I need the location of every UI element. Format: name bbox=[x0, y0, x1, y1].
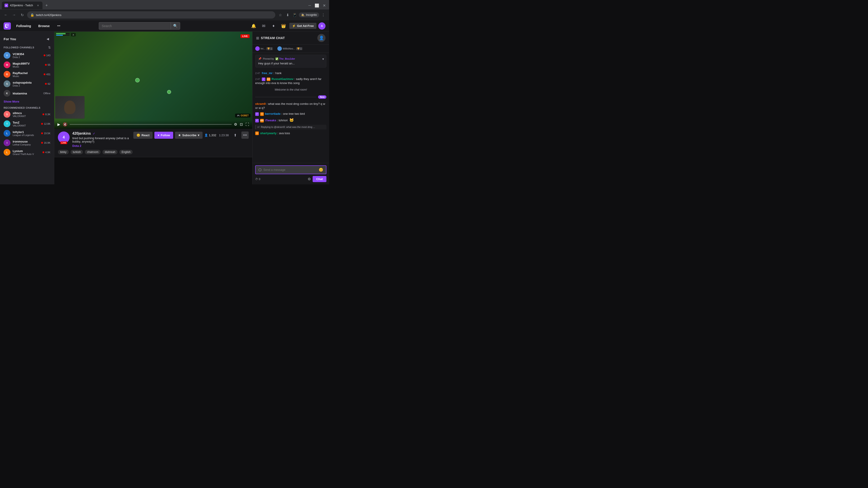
settings-video-button[interactable]: ⚙ bbox=[234, 122, 238, 127]
sidebar-item-rayrachel[interactable]: R RayRachel Music 431 bbox=[0, 70, 54, 79]
subscribe-button[interactable]: ★ Subscribe ▾ bbox=[175, 132, 203, 139]
fullscreen-button[interactable]: ⛶ bbox=[245, 122, 250, 127]
more-options-button[interactable]: ••• bbox=[241, 131, 249, 139]
adfree-label: Get Ad-Free bbox=[297, 24, 314, 28]
forward-button[interactable]: → bbox=[11, 12, 17, 18]
tag-turkish[interactable]: turkish bbox=[70, 150, 83, 154]
following-nav-item[interactable]: Following bbox=[14, 23, 33, 29]
msg-text-free_mr: : !rank bbox=[273, 71, 281, 75]
sidebar-sort-button[interactable]: ⇅ bbox=[47, 45, 52, 50]
pip-button[interactable]: ⊡ bbox=[239, 122, 243, 127]
play-pause-button[interactable]: ▶ bbox=[57, 122, 61, 127]
tag-chatroom[interactable]: chatroom bbox=[85, 150, 101, 154]
streamer-avatar[interactable]: 4 LIVE bbox=[58, 131, 70, 143]
download-button[interactable]: ⬇ bbox=[284, 12, 291, 18]
channel-points-input-icon: ⬡ bbox=[258, 168, 261, 172]
chat-message-input[interactable] bbox=[264, 168, 317, 171]
chat-header: ⊞ STREAM CHAT 👤 bbox=[252, 32, 329, 44]
viewer-item-2: WillisNoo... 🏆 1 bbox=[277, 46, 303, 51]
offline-status-kkatamina: Offline bbox=[43, 92, 51, 95]
welcome-text: Welcome to the chat room! bbox=[255, 87, 327, 92]
search-input[interactable] bbox=[99, 23, 170, 29]
sidebar-item-solapsapdota[interactable]: S solapsapdota Dota 2 62 bbox=[0, 79, 54, 89]
chat-user-icon-button[interactable]: 👤 bbox=[317, 34, 326, 42]
sidebar-item-tenz[interactable]: T TenZ VALORANT 12.8K bbox=[0, 119, 54, 129]
reload-button[interactable]: ↻ bbox=[19, 12, 25, 18]
viewers-vcm354: 143 bbox=[43, 54, 51, 57]
tag-binky[interactable]: binky bbox=[58, 150, 69, 154]
chat-title: STREAM CHAT bbox=[261, 36, 285, 40]
msg-username-okram9[interactable]: okram9 bbox=[255, 102, 266, 105]
msg-username-russelgazimov[interactable]: RusselGazimov bbox=[272, 77, 293, 80]
search-button[interactable]: 🔍 bbox=[170, 22, 180, 29]
chat-messages[interactable]: 2:47 free_mr : !rank 2:47 ✓ 420 RusselGa… bbox=[252, 69, 329, 163]
emote-picker-icon[interactable]: 😊 bbox=[319, 168, 323, 172]
tag-english[interactable]: English bbox=[119, 150, 133, 154]
tab-close-button[interactable]: × bbox=[36, 4, 40, 7]
video-container[interactable]: ⚔ LIVE 🎮 bbox=[54, 32, 252, 129]
msg-username-free_mr[interactable]: free_mr bbox=[262, 71, 273, 75]
msg-username-berrortlade[interactable]: berrortlade bbox=[265, 112, 281, 116]
mute-button[interactable]: 🔇 bbox=[62, 122, 68, 127]
tab-title: 420jenkins - Twitch bbox=[10, 4, 34, 7]
sidebar-item-loltyler1[interactable]: L loltyler1 League of Legends 19.5K bbox=[0, 129, 54, 138]
notifications-button[interactable]: 🔔 bbox=[250, 22, 258, 30]
new-tab-button[interactable]: + bbox=[43, 2, 50, 8]
close-window-button[interactable]: ✕ bbox=[321, 2, 327, 8]
user-avatar-button[interactable]: A bbox=[318, 22, 326, 30]
msg-time: 2:47 bbox=[255, 72, 260, 74]
maximize-button[interactable]: ⬜ bbox=[314, 2, 320, 8]
address-bar[interactable]: 🔒 twitch.tv/420jenkins bbox=[27, 11, 275, 19]
chat-settings-button[interactable]: ⚙ bbox=[308, 177, 311, 181]
more-nav-button[interactable]: ••• bbox=[55, 22, 62, 30]
reply-message-shartywarty: ↩ Replying to @okram9: what was the most… bbox=[255, 125, 327, 129]
expand-pinned-button[interactable]: ▾ bbox=[322, 57, 324, 61]
bookmark-button[interactable]: ☆ bbox=[277, 12, 283, 18]
minimize-button[interactable]: ─ bbox=[307, 2, 313, 8]
new-messages-divider: New bbox=[255, 95, 327, 99]
sidebar-collapse-button[interactable]: ◀ bbox=[45, 36, 51, 41]
back-button[interactable]: ← bbox=[3, 12, 9, 18]
channel-name-lysium: Lysium bbox=[13, 149, 40, 153]
chat-send-button[interactable]: Chat bbox=[313, 176, 327, 182]
stream-game[interactable]: Dota 2 bbox=[72, 144, 131, 148]
badge-bits-shartywarty: ⬡ bbox=[255, 131, 259, 135]
get-adfree-button[interactable]: ⚡ Get Ad-Free bbox=[289, 23, 316, 29]
channel-name-kkatamina: kkatamina bbox=[13, 92, 41, 95]
show-more-followed[interactable]: Show More bbox=[0, 98, 54, 105]
sidebar-item-kkatamina[interactable]: K kkatamina Offline bbox=[0, 89, 54, 98]
channel-info-tenz: TenZ VALORANT bbox=[13, 121, 39, 127]
sidebar-item-ironmouse[interactable]: I ironmouse Lethal Company 16.9K bbox=[0, 138, 54, 148]
follow-button[interactable]: ♥ Follow bbox=[154, 132, 173, 139]
react-button[interactable]: 😊 React bbox=[133, 132, 153, 139]
points-icon: ⏱ bbox=[255, 177, 258, 181]
loot-button[interactable]: ♦ bbox=[270, 22, 278, 30]
msg-username-itweaks[interactable]: iTweaks bbox=[265, 119, 276, 122]
browse-nav-item[interactable]: Browse bbox=[36, 23, 52, 29]
device-button[interactable]: 📱 bbox=[291, 12, 298, 18]
msg-username-shartywarty[interactable]: shartywarty bbox=[260, 131, 277, 135]
tag-diahreah[interactable]: diahreah bbox=[102, 150, 118, 154]
twitch-header: Following Browse ••• 🔍 🔔 ✉ ♦ 👑 ⚡ Get Ad-… bbox=[0, 20, 329, 32]
popout-icon[interactable]: ⊞ bbox=[256, 36, 259, 40]
sidebar-item-magic899tv[interactable]: M Magic899TV Music 55 bbox=[0, 60, 54, 70]
chat-message-itweaks: ✓ 420 iTweaks : tohriori 🐱 bbox=[255, 118, 327, 123]
emote-itweaks: 🐱 bbox=[289, 118, 294, 122]
crown-button[interactable]: 👑 bbox=[279, 22, 287, 30]
channel-name-tenz: TenZ bbox=[13, 121, 39, 124]
messages-button[interactable]: ✉ bbox=[259, 22, 268, 30]
sidebar-item-vcm354[interactable]: V VCM354 Dota 2 143 bbox=[0, 51, 54, 60]
for-you-header: For You ◀ bbox=[0, 34, 54, 43]
chat-message-okram9: okram9 : what was the most dmg combo on … bbox=[255, 102, 327, 110]
sidebar-item-s0mcs[interactable]: S s0mcs VALORANT 8.3K bbox=[0, 109, 54, 119]
twitch-logo[interactable] bbox=[4, 22, 11, 30]
share-button[interactable]: ⬆ bbox=[231, 131, 239, 139]
msg-text-okram9: : what was the most dmg combo on tiny? q… bbox=[255, 102, 325, 109]
video-progress-bar[interactable] bbox=[70, 124, 232, 125]
follow-heart-icon: ♥ bbox=[158, 133, 159, 137]
active-tab[interactable]: 420jenkins - Twitch × bbox=[2, 2, 42, 9]
channel-info-vcm354: VCM354 Dota 2 bbox=[13, 53, 41, 59]
browser-menu-button[interactable]: ⋮ bbox=[320, 12, 327, 18]
sidebar-item-lysium[interactable]: L Lysium Grand Theft Auto V 4.9K bbox=[0, 148, 54, 157]
subscribe-star-icon: ★ bbox=[178, 133, 181, 137]
